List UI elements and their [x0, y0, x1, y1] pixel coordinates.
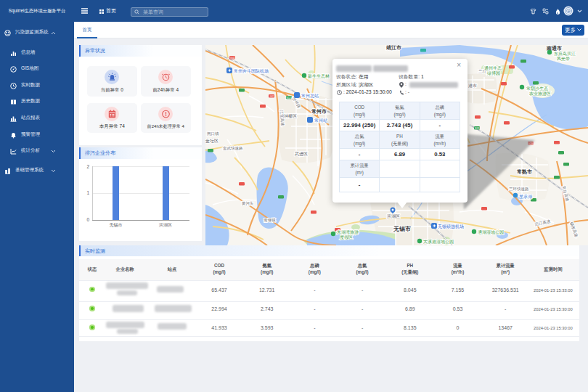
svg-text:常州北站: 常州北站	[301, 93, 319, 99]
svg-text:武进区: 武进区	[295, 151, 308, 157]
svg-text:农业旅游区: 农业旅游区	[529, 91, 551, 97]
svg-text:常熟市: 常熟市	[517, 168, 532, 175]
svg-text:黄河头: 黄河头	[242, 201, 254, 206]
svg-text:G2: G2	[270, 95, 274, 98]
svg-text:G42: G42	[230, 57, 235, 60]
svg-text:金武快速路: 金武快速路	[223, 146, 243, 150]
svg-text:钟楼区: 钟楼区	[283, 113, 297, 118]
svg-text:闸口镇: 闸口镇	[207, 131, 219, 136]
svg-text:无锡市: 无锡市	[393, 225, 411, 232]
svg-text:风光带: 风光带	[557, 57, 570, 62]
svg-text:常阴沙生态: 常阴沙生态	[526, 86, 548, 91]
svg-text:常州市: 常州市	[311, 108, 327, 115]
svg-text:靖江市: 靖江市	[385, 45, 401, 51]
svg-text:港市: 港市	[468, 83, 477, 89]
svg-text:通州生态: 通州生态	[484, 65, 502, 70]
svg-text:常州奔牛国际机场: 常州奔牛国际机场	[234, 68, 269, 74]
svg-text:金坛区: 金坛区	[205, 138, 219, 143]
svg-text:大溪港湿地公园: 大溪港湿地公园	[423, 239, 454, 245]
svg-text:东庶岛滨江: 东庶岛滨江	[554, 51, 576, 56]
svg-text:常州站: 常州站	[314, 118, 327, 123]
svg-text:新生生态林: 新生生态林	[308, 73, 330, 78]
svg-text:漕湖湿地公园: 漕湖湿地公园	[478, 229, 504, 235]
svg-text:无锡硕放机场: 无锡硕放机场	[438, 224, 464, 229]
svg-text:度假区: 度假区	[340, 234, 353, 240]
svg-text:雪堰镇: 雪堰镇	[264, 218, 276, 222]
svg-text:滨湖区: 滨湖区	[387, 213, 400, 219]
svg-text:大湖湾旅游: 大湖湾旅游	[337, 229, 359, 235]
svg-text:昆承湖: 昆承湖	[519, 195, 532, 200]
svg-text:绿博园: 绿博园	[487, 71, 500, 76]
svg-text:三环快速路: 三环快速路	[509, 187, 529, 191]
svg-text:S19: S19	[475, 127, 479, 130]
